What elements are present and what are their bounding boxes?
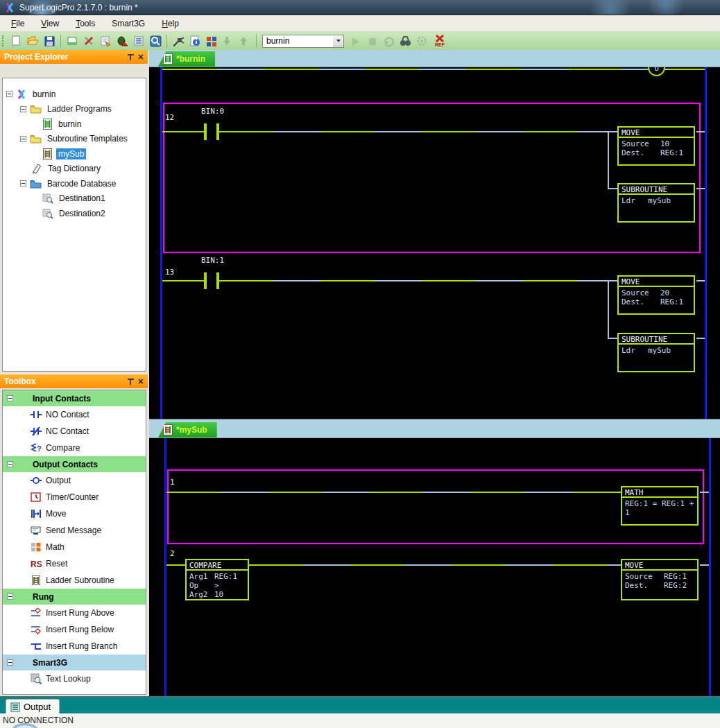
options-button[interactable]: [81, 33, 96, 49]
toolbox-section-output-contacts[interactable]: Output Contacts: [3, 456, 146, 472]
subroutine-block[interactable]: SUBROUTINE LdrmySub: [617, 183, 695, 223]
upload-program-button[interactable]: [237, 33, 252, 49]
tree-item-burnin-program[interactable]: burnin: [3, 116, 146, 132]
math-block[interactable]: MATH REG:1 = REG:1 + 1: [621, 486, 698, 526]
collapse-box-icon[interactable]: [20, 106, 26, 112]
tab-burnin[interactable]: *burnin: [158, 51, 215, 67]
toolbar-grip[interactable]: [2, 35, 5, 46]
subroutine-block[interactable]: SUBROUTINE LdrmySub: [617, 333, 695, 372]
output-tab[interactable]: Output: [6, 699, 60, 714]
menu-smart3g[interactable]: Smart3G: [103, 16, 153, 31]
tree-item-project-burnin[interactable]: burnin: [3, 87, 146, 102]
ladder-program-icon: [42, 119, 53, 130]
collapse-box-icon[interactable]: [7, 395, 13, 401]
blocks-button[interactable]: [204, 33, 219, 49]
left-panel-column: Project Explorer × burnin Ladder Program…: [0, 50, 149, 696]
branch-line: [608, 188, 617, 189]
compare-icon: ?: [31, 443, 42, 453]
pin-icon[interactable]: [128, 53, 134, 61]
tree-item-destination1[interactable]: Destination1: [3, 191, 146, 207]
tree-item-subroutine-templates[interactable]: Subroutine Templates: [3, 132, 146, 147]
refresh-button[interactable]: [381, 33, 396, 49]
collapse-box-icon[interactable]: [7, 461, 13, 467]
menu-file[interactable]: File: [3, 16, 33, 31]
window-title: SuperLogicPro 2.1.7.0 : burnin *: [19, 3, 138, 12]
device-info-button[interactable]: [187, 33, 203, 49]
open-file-button[interactable]: [25, 33, 40, 49]
debug-button[interactable]: [114, 33, 130, 49]
edit-notes-button[interactable]: [98, 33, 113, 49]
collapse-box-icon[interactable]: [7, 659, 13, 666]
tree-item-ladder-programs[interactable]: Ladder Programs: [3, 102, 146, 117]
tree-item-destination2[interactable]: Destination2: [3, 206, 146, 221]
search-button[interactable]: [148, 33, 163, 49]
collapse-box-icon[interactable]: [6, 91, 12, 97]
output-tab-label: Output: [24, 702, 51, 712]
combo-dropdown-button[interactable]: [333, 35, 343, 47]
no-contact[interactable]: [216, 123, 219, 140]
menu-view[interactable]: View: [33, 16, 67, 31]
collapse-box-icon[interactable]: [20, 136, 26, 142]
toolbox-item-send-message[interactable]: Send Message: [3, 522, 146, 539]
download-program-button[interactable]: [221, 33, 236, 49]
collapse-box-icon[interactable]: [7, 593, 13, 600]
tab-label: *burnin: [176, 54, 205, 64]
tab-mysub[interactable]: *mySub: [158, 422, 217, 437]
toolbox-item-insert-rung-above[interactable]: Insert Rung Above: [3, 605, 146, 621]
notepad-hand-icon: [99, 35, 112, 47]
program-select-combo[interactable]: burnin: [262, 35, 344, 48]
tree-item-barcode-database[interactable]: Barcode Database: [3, 176, 146, 191]
toolbox-item-timer-counter[interactable]: Timer/Counter: [3, 489, 146, 505]
connect-button[interactable]: [171, 33, 186, 49]
no-contact[interactable]: [216, 272, 219, 289]
run-button[interactable]: [348, 33, 363, 49]
rung-wire: [162, 69, 705, 70]
move-block[interactable]: MOVE Source20 Dest.REG:1: [617, 275, 695, 315]
stop-button[interactable]: [364, 33, 379, 49]
cross-reference-button[interactable]: REF: [431, 33, 449, 49]
toolbox-item-nc-contact[interactable]: NC Contact: [3, 423, 146, 440]
menu-help[interactable]: Help: [153, 16, 187, 31]
move-block[interactable]: MOVE Source10 Dest.REG:1: [617, 126, 695, 166]
toolbox-item-compare[interactable]: ? Compare: [3, 440, 146, 456]
save-button[interactable]: [42, 33, 57, 49]
compare-block[interactable]: COMPARE Arg1REG:1 Op> Arg210: [185, 559, 249, 600]
no-contact[interactable]: [204, 272, 207, 289]
close-icon[interactable]: ×: [138, 53, 144, 61]
new-window-button[interactable]: [65, 33, 80, 49]
app-logo-icon: [4, 2, 15, 13]
new-file-button[interactable]: [8, 33, 24, 49]
toolbox-item-output[interactable]: Output: [3, 472, 146, 489]
collapse-box-icon[interactable]: [20, 180, 26, 187]
table-search-icon: [42, 193, 53, 204]
red-x-icon: [435, 35, 445, 42]
toolbox-item-ladder-subroutine[interactable]: Ladder Subroutine: [3, 572, 146, 589]
toolbox-item-insert-rung-below[interactable]: Insert Rung Below: [3, 621, 146, 638]
move-block[interactable]: MOVE SourceREG:1 Dest.REG:2: [621, 559, 698, 600]
toolbox-section-input-contacts[interactable]: Input Contacts: [3, 390, 146, 406]
mysub-ladder-canvas[interactable]: 1 MATH REG:1 = REG:1 + 1 2 COMPARE Arg1R…: [149, 438, 720, 696]
settings-button[interactable]: [414, 33, 429, 49]
rung-number: 13: [165, 268, 174, 277]
contact-label: BIN:1: [201, 256, 224, 265]
tree-item-mysub[interactable]: mySub: [3, 146, 146, 162]
toolbox-item-insert-rung-branch[interactable]: Insert Rung Branch: [3, 638, 146, 655]
no-contact[interactable]: [204, 123, 207, 140]
tree-item-tag-dictionary[interactable]: Tag Dictionary: [3, 162, 146, 177]
toolbox-section-smart3g[interactable]: Smart3G: [3, 655, 146, 670]
toolbox-item-no-contact[interactable]: NO Contact: [3, 406, 146, 423]
unlatch-coil[interactable]: U: [648, 67, 665, 76]
toolbar-separator: [256, 35, 257, 47]
tag-icon: [31, 163, 42, 174]
view-list-button[interactable]: [131, 33, 146, 49]
burnin-ladder-canvas[interactable]: U 12 BIN:0 MOVE Source10 Dest.REG:1 SUBR…: [149, 67, 720, 419]
toolbox-item-text-lookup[interactable]: Text Lookup: [3, 670, 146, 687]
toolbox-item-reset[interactable]: RS Reset: [3, 555, 146, 572]
pin-icon[interactable]: [128, 378, 134, 385]
close-icon[interactable]: ×: [138, 377, 144, 385]
toolbox-section-rung[interactable]: Rung: [3, 589, 146, 605]
toolbox-item-move[interactable]: Move: [3, 505, 146, 522]
find-button[interactable]: [397, 33, 413, 49]
toolbox-item-math[interactable]: Math: [3, 539, 146, 555]
menu-tools[interactable]: Tools: [67, 16, 103, 31]
